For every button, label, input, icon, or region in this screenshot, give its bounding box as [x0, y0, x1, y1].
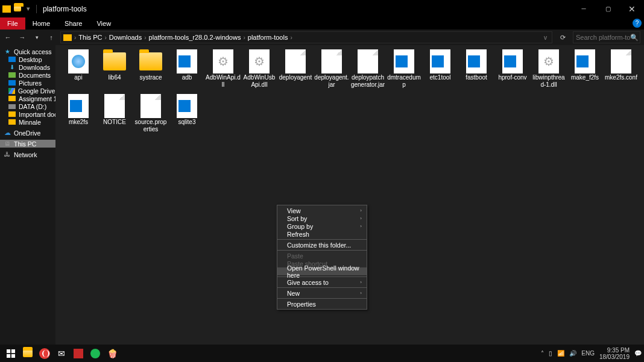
- file-item[interactable]: sqlite3: [169, 93, 205, 138]
- separator: [277, 239, 367, 240]
- app-icon: [2, 5, 11, 13]
- back-button[interactable]: ←: [4, 34, 12, 41]
- tray-volume-icon[interactable]: 🔊: [569, 350, 576, 357]
- taskbar-app-red[interactable]: [70, 346, 87, 361]
- qat-folder-icon[interactable]: [13, 5, 22, 13]
- sidebar-network[interactable]: 🖧Network: [0, 151, 55, 158]
- file-label: libwinpthread-1.dll: [531, 74, 567, 88]
- tray-expand-icon[interactable]: ˄: [541, 350, 544, 357]
- sidebar-quick-access[interactable]: ★Quick access: [0, 48, 55, 55]
- crumb-downloads[interactable]: Downloads: [109, 34, 142, 41]
- taskbar-mail[interactable]: ✉: [53, 346, 70, 361]
- file-item[interactable]: etc1tool: [422, 49, 458, 93]
- chevron-right-icon: ›: [360, 208, 362, 213]
- sidebar-onedrive[interactable]: ☁OneDrive: [0, 129, 55, 137]
- ctx-open-powershell[interactable]: Open PowerShell window here: [277, 267, 367, 275]
- crumb-this-pc[interactable]: This PC: [78, 34, 102, 41]
- file-item[interactable]: deployagent: [277, 49, 314, 93]
- breadcrumb[interactable]: › This PC › Downloads › platform-tools_r…: [60, 31, 552, 43]
- tab-file[interactable]: File: [0, 17, 25, 30]
- chevron-right-icon[interactable]: ›: [74, 34, 76, 41]
- search-icon[interactable]: 🔍: [630, 34, 639, 42]
- tab-home[interactable]: Home: [25, 17, 57, 30]
- crumb-parent[interactable]: platform-tools_r28.0.2-windows: [149, 34, 241, 41]
- file-item[interactable]: deploypatchgenerator.jar: [350, 49, 386, 93]
- tab-view[interactable]: View: [89, 17, 118, 30]
- tray-language[interactable]: ENG: [581, 350, 595, 357]
- file-item[interactable]: fastboot: [458, 49, 494, 93]
- file-label: mke2fs: [68, 119, 89, 126]
- maximize-button[interactable]: ▢: [596, 0, 620, 17]
- file-icon: ⚙: [537, 49, 561, 74]
- file-item[interactable]: api: [60, 49, 96, 93]
- tray-notifications-icon[interactable]: 💬: [634, 350, 642, 357]
- taskbar-opera[interactable]: [36, 346, 53, 361]
- ctx-sort-by[interactable]: Sort by›: [277, 214, 367, 222]
- pc-icon: 🖥: [4, 141, 11, 147]
- tray-time: 9:35 PM: [599, 347, 630, 354]
- chevron-right-icon[interactable]: ›: [144, 34, 146, 41]
- file-item[interactable]: NOTICE: [96, 93, 133, 138]
- ctx-new[interactable]: New›: [277, 289, 367, 297]
- chevron-right-icon[interactable]: ›: [290, 34, 292, 41]
- separator: [277, 298, 367, 299]
- file-item[interactable]: source.properties: [133, 93, 169, 138]
- file-item[interactable]: dmtracedump: [386, 49, 422, 93]
- ctx-view[interactable]: View›: [277, 207, 367, 214]
- qat-dropdown-icon[interactable]: ▾: [24, 5, 33, 13]
- sidebar-downloads[interactable]: ⬇Downloads: [0, 63, 55, 71]
- file-item[interactable]: systrace: [133, 49, 169, 93]
- sidebar-assignment1[interactable]: Assignment 1: [0, 95, 55, 102]
- sidebar-documents[interactable]: Documents: [0, 71, 55, 79]
- file-item[interactable]: adb: [169, 49, 205, 93]
- tray-wifi-icon[interactable]: 📶: [557, 350, 564, 357]
- file-icon: [392, 49, 416, 74]
- taskbar-spotify[interactable]: [87, 346, 104, 361]
- file-icon: [320, 49, 344, 74]
- file-item[interactable]: mke2fs: [60, 93, 96, 138]
- sidebar-important-docs[interactable]: Important documen: [0, 110, 55, 118]
- file-item[interactable]: lib64: [96, 49, 133, 93]
- recent-dropdown[interactable]: ▾: [33, 34, 41, 40]
- sidebar-minnale[interactable]: Minnale: [0, 118, 55, 126]
- search-box[interactable]: 🔍: [573, 31, 640, 43]
- start-button[interactable]: [2, 346, 19, 361]
- refresh-button[interactable]: ⟳: [557, 34, 568, 42]
- close-button[interactable]: ✕: [620, 0, 644, 17]
- taskbar-explorer[interactable]: [19, 346, 36, 361]
- pictures-icon: [8, 80, 16, 86]
- file-item[interactable]: ⚙libwinpthread-1.dll: [531, 49, 567, 93]
- ctx-refresh[interactable]: Refresh: [277, 230, 367, 238]
- ctx-customize[interactable]: Customize this folder...: [277, 241, 367, 249]
- minimize-button[interactable]: ─: [572, 0, 596, 17]
- file-item[interactable]: ⚙AdbWinUsbApi.dll: [241, 49, 277, 93]
- address-dropdown-icon[interactable]: v: [544, 34, 547, 41]
- file-item[interactable]: hprof-conv: [494, 49, 531, 93]
- tab-share[interactable]: Share: [57, 17, 89, 30]
- chevron-right-icon[interactable]: ›: [243, 34, 245, 41]
- help-button[interactable]: ?: [633, 19, 642, 28]
- ctx-group-by[interactable]: Group by›: [277, 222, 367, 230]
- file-label: AdbWinUsbApi.dll: [241, 74, 277, 88]
- file-item[interactable]: make_f2fs: [567, 49, 603, 93]
- ctx-give-access[interactable]: Give access to›: [277, 278, 367, 286]
- search-input[interactable]: [576, 34, 630, 41]
- ctx-properties[interactable]: Properties: [277, 300, 367, 308]
- gdrive-icon: [8, 88, 15, 94]
- sidebar-this-pc[interactable]: 🖥This PC: [0, 140, 55, 148]
- sidebar-desktop[interactable]: Desktop: [0, 55, 55, 63]
- file-label: sqlite3: [178, 119, 197, 126]
- crumb-current[interactable]: platform-tools: [248, 34, 288, 41]
- sidebar-data-d[interactable]: DATA (D:): [0, 102, 55, 110]
- tray-clock[interactable]: 9:35 PM 18/03/2019: [599, 347, 630, 360]
- sidebar-google-drive[interactable]: Google Drive: [0, 87, 55, 95]
- forward-button[interactable]: →: [18, 34, 27, 41]
- file-item[interactable]: ⚙AdbWinApi.dll: [205, 49, 241, 93]
- taskbar-popcorn[interactable]: 🍿: [104, 346, 121, 361]
- file-item[interactable]: mke2fs.conf: [603, 49, 639, 93]
- file-item[interactable]: deployagent.jar: [314, 49, 350, 93]
- sidebar-pictures[interactable]: Pictures: [0, 79, 55, 87]
- tray-battery-icon[interactable]: ▯: [549, 350, 552, 357]
- chevron-right-icon[interactable]: ›: [104, 34, 106, 41]
- up-button[interactable]: ↑: [47, 34, 55, 41]
